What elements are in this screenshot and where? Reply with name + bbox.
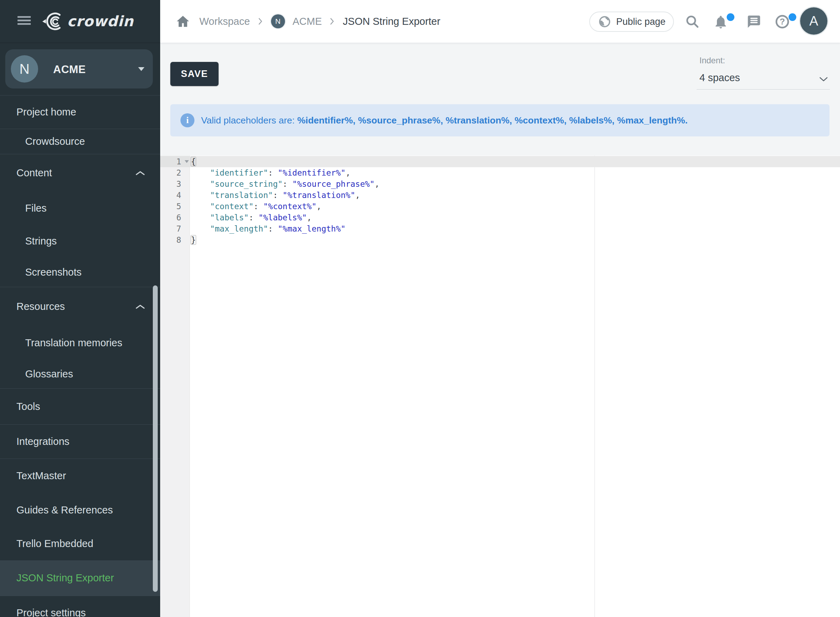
sidebar-item-label: Trello Embedded xyxy=(0,538,93,549)
help-icon[interactable]: ? xyxy=(774,13,791,30)
main-content: SAVE Indent: 4 spaces i Valid placeholde… xyxy=(160,43,840,617)
info-banner: i Valid placeholders are: %identifier%, … xyxy=(170,104,830,136)
help-notification-dot xyxy=(788,13,796,21)
public-page-button[interactable]: Public page xyxy=(589,12,674,32)
code-line-6[interactable]: 6 "labels": "%labels%", xyxy=(160,212,840,223)
indent-label: Indent: xyxy=(697,56,830,65)
sidebar-item-label: Strings xyxy=(0,235,57,247)
info-banner-text: Valid placeholders are: %identifier%, %s… xyxy=(201,115,688,126)
breadcrumb-workspace[interactable]: Workspace xyxy=(199,16,250,27)
bell-notification-dot xyxy=(727,13,734,21)
code-text: } xyxy=(190,234,196,245)
sidebar-item-label: Glossaries xyxy=(0,368,73,380)
line-number: 5 xyxy=(160,201,190,212)
sidebar-nav: Project homeCrowdsourceContentFilesStrin… xyxy=(0,0,160,617)
code-line-1[interactable]: 1{ xyxy=(160,156,840,167)
sidebar-item-label: TextMaster xyxy=(0,470,66,482)
code-text: "context": "%context%", xyxy=(190,201,321,212)
public-page-label: Public page xyxy=(616,16,666,27)
breadcrumb-chevron-icon xyxy=(258,18,262,25)
sidebar-item-project-settings[interactable]: Project settings xyxy=(0,596,160,617)
sidebar-item-label: Project home xyxy=(0,106,76,118)
placeholder-token: %context%, xyxy=(514,115,566,125)
line-number: 2 xyxy=(160,167,190,179)
line-number: 8 xyxy=(160,234,190,245)
sidebar-item-label: Guides & References xyxy=(0,504,113,516)
sidebar-item-crowdsource[interactable]: Crowdsource xyxy=(0,129,160,154)
sidebar-item-label: Resources xyxy=(0,301,65,312)
breadcrumb-acme[interactable]: ACME xyxy=(293,16,322,27)
sidebar-item-label: Screenshots xyxy=(0,267,81,278)
sidebar-item-strings[interactable]: Strings xyxy=(0,224,160,257)
sidebar-item-label: JSON String Exporter xyxy=(0,572,114,584)
indent-control: Indent: 4 spaces xyxy=(697,56,830,90)
placeholder-token: %labels%, xyxy=(569,115,615,125)
code-line-7[interactable]: 7 "max_length": "%max_length%" xyxy=(160,223,840,234)
placeholder-token: %source_phrase%, xyxy=(358,115,443,125)
fold-caret-icon[interactable] xyxy=(185,160,189,163)
top-bar: WorkspaceNACMEJSON String Exporter Publi… xyxy=(160,0,840,43)
json-code-editor[interactable]: 1{2 "identifier": "%identifier%",3 "sour… xyxy=(160,156,840,617)
info-icon: i xyxy=(180,113,195,127)
sidebar-item-label: Project settings xyxy=(0,607,85,617)
home-icon[interactable] xyxy=(175,14,190,28)
code-text: "labels": "%labels%", xyxy=(190,212,312,223)
user-avatar[interactable]: A xyxy=(800,7,827,35)
breadcrumb-json-string-exporter: JSON String Exporter xyxy=(343,16,440,27)
chevron-up-icon xyxy=(136,171,145,176)
chat-icon[interactable] xyxy=(746,13,762,30)
sidebar-item-label: Translation memories xyxy=(0,337,122,349)
line-number: 7 xyxy=(160,223,190,234)
line-number: 4 xyxy=(160,190,190,201)
indent-selected-value: 4 spaces xyxy=(699,72,740,84)
sidebar-item-content[interactable]: Content xyxy=(0,154,160,192)
line-number: 6 xyxy=(160,212,190,223)
sidebar-item-glossaries[interactable]: Glossaries xyxy=(0,360,160,388)
sidebar-item-label: Files xyxy=(0,202,47,214)
search-icon[interactable] xyxy=(684,13,701,30)
breadcrumb: WorkspaceNACMEJSON String Exporter xyxy=(175,0,440,43)
code-line-2[interactable]: 2 "identifier": "%identifier%", xyxy=(160,167,840,179)
code-line-8[interactable]: 8} xyxy=(160,234,840,245)
sidebar-item-trello-embedded[interactable]: Trello Embedded xyxy=(0,527,160,560)
code-line-3[interactable]: 3 "source_string": "%source_phrase%", xyxy=(160,179,840,190)
sidebar-item-project-home[interactable]: Project home xyxy=(0,95,160,129)
indent-select[interactable]: 4 spaces xyxy=(697,70,830,90)
breadcrumb-project-badge: N xyxy=(271,14,285,28)
sidebar-item-json-string-exporter[interactable]: JSON String Exporter xyxy=(0,560,160,596)
line-number: 1 xyxy=(160,156,190,167)
code-text: "max_length": "%max_length%" xyxy=(190,223,345,234)
line-number: 3 xyxy=(160,179,190,190)
sidebar-item-label: Integrations xyxy=(0,436,69,447)
sidebar-item-integrations[interactable]: Integrations xyxy=(0,424,160,459)
sidebar-item-label: Crowdsource xyxy=(0,136,85,147)
chevron-down-icon xyxy=(819,77,828,82)
placeholder-token: %translation%, xyxy=(445,115,512,125)
app-window: crowdin N ACME Project homeCrowdsourceCo… xyxy=(0,0,840,617)
code-line-4[interactable]: 4 "translation": "%translation%", xyxy=(160,190,840,201)
sidebar-scrollbar[interactable] xyxy=(153,285,158,592)
sidebar-item-files[interactable]: Files xyxy=(0,192,160,224)
sidebar-item-translation-memories[interactable]: Translation memories xyxy=(0,326,160,360)
code-line-5[interactable]: 5 "context": "%context%", xyxy=(160,201,840,212)
code-text: "translation": "%translation%", xyxy=(190,190,360,201)
breadcrumb-chevron-icon xyxy=(330,18,335,25)
sidebar: crowdin N ACME Project homeCrowdsourceCo… xyxy=(0,0,160,617)
sidebar-item-label: Tools xyxy=(0,401,40,412)
globe-icon xyxy=(598,15,611,28)
save-button[interactable]: SAVE xyxy=(170,62,218,86)
sidebar-item-guides-references[interactable]: Guides & References xyxy=(0,493,160,527)
code-text: "source_string": "%source_phrase%", xyxy=(190,179,379,190)
sidebar-item-resources[interactable]: Resources xyxy=(0,287,160,326)
code-text: "identifier": "%identifier%", xyxy=(190,167,351,179)
chevron-up-icon xyxy=(136,304,145,309)
svg-text:?: ? xyxy=(780,17,785,26)
code-text: { xyxy=(190,156,196,167)
sidebar-item-tools[interactable]: Tools xyxy=(0,388,160,424)
sidebar-item-label: Content xyxy=(0,167,52,179)
sidebar-item-textmaster[interactable]: TextMaster xyxy=(0,459,160,493)
placeholder-token: %identifier%, xyxy=(297,115,355,125)
placeholder-token: %max_length%. xyxy=(617,115,688,125)
sidebar-item-screenshots[interactable]: Screenshots xyxy=(0,257,160,287)
